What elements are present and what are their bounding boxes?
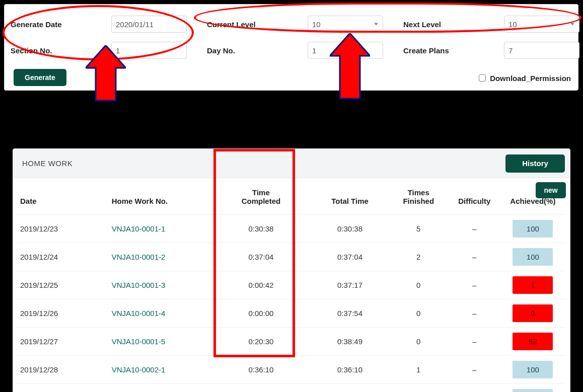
achieved-badge: 52	[513, 333, 553, 350]
cell-total-time: 0:38:49	[312, 328, 388, 356]
generate-date-input[interactable]	[111, 16, 187, 33]
cell-hw-no: VNJA10-0001-1	[109, 215, 210, 243]
generate-button[interactable]: Generate	[14, 69, 66, 86]
cell-hw-no: VNJA10-0001-3	[109, 271, 210, 299]
section-no-label: Section No.	[11, 46, 111, 55]
hw-link[interactable]: VNJA10-0002-1	[112, 365, 166, 374]
next-level-select[interactable]: 10	[504, 16, 579, 33]
cell-achieved: 100	[500, 356, 566, 384]
current-level-label: Current Level	[207, 20, 308, 29]
col-date: Date	[17, 183, 109, 215]
cell-hw-no: VNJA10-0001-2	[109, 243, 210, 271]
cell-times-finished: 0	[388, 271, 449, 299]
table-row: 2019/12/23VNJA10-0001-10:30:380:30:385–1…	[17, 215, 566, 243]
cell-hw-no: VNJA10-0002-1	[109, 356, 210, 384]
generate-panel: Generate Date Current Level 10 Next Leve…	[4, 4, 578, 91]
cell-achieved: 52	[500, 328, 566, 356]
table-header-row: Date Home Work No. Time Completed Total …	[17, 183, 566, 215]
cell-difficulty: –	[449, 271, 500, 299]
cell-date: 2019/12/26	[17, 299, 109, 328]
cell-times-finished: 2	[388, 243, 449, 271]
cell-time-completed: 0:00:00	[210, 299, 312, 328]
cell-date: 2019/12/23	[17, 215, 109, 243]
create-plans-input[interactable]	[504, 42, 579, 59]
cell-time-completed: 0:00:42	[210, 271, 312, 299]
achieved-badge: 100	[513, 220, 553, 238]
cell-achieved: 0	[500, 299, 566, 328]
cell-time-completed: 0:20:30	[210, 328, 312, 356]
cell-date: 2019/12/28	[17, 356, 109, 384]
hw-link[interactable]: VNJA10-0001-3	[112, 281, 166, 289]
table-row: 2019/12/24VNJA10-0001-20:37:040:37:042–1…	[17, 243, 566, 271]
generate-date-label: Generate Date	[11, 20, 111, 29]
col-time-completed: Time Completed	[210, 183, 312, 215]
download-permission-checkbox[interactable]	[479, 74, 486, 82]
cell-difficulty: –	[449, 243, 500, 271]
cell-time-completed: 0:37:04	[210, 243, 312, 271]
cell-date: 2019/12/25	[17, 271, 109, 299]
cell-achieved: 1	[500, 271, 566, 299]
cell-time-completed: 0:43:55	[210, 384, 312, 393]
download-permission-row[interactable]: Download_Permission	[477, 73, 571, 83]
col-total-time: Total Time	[312, 183, 388, 215]
cell-time-completed: 0:30:38	[210, 215, 312, 243]
table-row: 2019/12/25VNJA10-0001-30:00:420:37:170–1	[17, 271, 566, 299]
cell-achieved: 100	[500, 243, 566, 271]
cell-difficulty: –	[449, 299, 500, 328]
cell-achieved: 100	[500, 215, 566, 243]
cell-difficulty: –	[449, 384, 500, 393]
hw-link[interactable]: VNJA10-0001-1	[112, 224, 166, 233]
table-row: 2019/12/29VNJA10-0002-20:43:550:43:551–1…	[17, 384, 566, 393]
day-no-label: Day No.	[207, 46, 308, 55]
cell-date: 2019/12/29	[17, 384, 109, 393]
col-times-finished: Times Finished	[388, 183, 449, 215]
table-row: 2019/12/26VNJA10-0001-40:00:000:37:540–0	[17, 299, 566, 328]
cell-date: 2019/12/27	[17, 328, 109, 356]
download-permission-label: Download_Permission	[490, 74, 571, 83]
cell-hw-no: VNJA10-0001-5	[109, 328, 210, 356]
achieved-badge: 1	[513, 276, 553, 294]
cell-times-finished: 1	[388, 384, 449, 393]
table-row: 2019/12/27VNJA10-0001-50:20:300:38:490–5…	[17, 328, 566, 356]
cell-achieved: 100	[500, 384, 566, 393]
section-no-input[interactable]	[111, 42, 187, 59]
create-plans-label: Create Plans	[403, 46, 504, 55]
current-level-select[interactable]: 10	[308, 16, 383, 33]
cell-total-time: 0:43:55	[312, 384, 388, 393]
hw-link[interactable]: VNJA10-0001-4	[112, 309, 166, 318]
achieved-badge: 100	[513, 389, 553, 392]
table-row: 2019/12/28VNJA10-0002-10:36:100:36:101–1…	[17, 356, 566, 384]
cell-hw-no: VNJA10-0002-2	[109, 384, 210, 393]
homework-panel: HOME WORK History new Date Home Work No.…	[13, 148, 570, 392]
cell-times-finished: 5	[388, 215, 449, 243]
next-level-label: Next Level	[403, 20, 504, 29]
hw-link[interactable]: VNJA10-0001-5	[112, 337, 166, 346]
cell-total-time: 0:30:38	[312, 215, 388, 243]
cell-total-time: 0:37:54	[312, 299, 388, 328]
col-hw-no: Home Work No.	[109, 183, 210, 215]
homework-table-wrap: new Date Home Work No. Time Completed To…	[13, 178, 570, 392]
cell-hw-no: VNJA10-0001-4	[109, 299, 210, 328]
achieved-badge: 0	[513, 304, 553, 322]
history-button[interactable]: History	[505, 154, 565, 173]
new-button[interactable]: new	[536, 182, 566, 198]
homework-title: HOME WORK	[22, 159, 72, 168]
cell-total-time: 0:37:17	[312, 271, 388, 299]
cell-times-finished: 1	[388, 356, 449, 384]
hw-link[interactable]: VNJA10-0001-2	[112, 253, 166, 261]
cell-difficulty: –	[449, 215, 500, 243]
cell-total-time: 0:37:04	[312, 243, 388, 271]
homework-table: Date Home Work No. Time Completed Total …	[17, 183, 566, 392]
cell-difficulty: –	[449, 328, 500, 356]
col-difficulty: Difficulty	[449, 183, 500, 215]
cell-times-finished: 0	[388, 328, 449, 356]
cell-total-time: 0:36:10	[312, 356, 388, 384]
day-no-input[interactable]	[308, 42, 383, 59]
cell-date: 2019/12/24	[17, 243, 109, 271]
achieved-badge: 100	[513, 361, 553, 378]
cell-difficulty: –	[449, 356, 500, 384]
homework-header: HOME WORK History	[13, 149, 570, 178]
cell-time-completed: 0:36:10	[210, 356, 312, 384]
cell-times-finished: 0	[388, 299, 449, 328]
achieved-badge: 100	[513, 248, 553, 266]
